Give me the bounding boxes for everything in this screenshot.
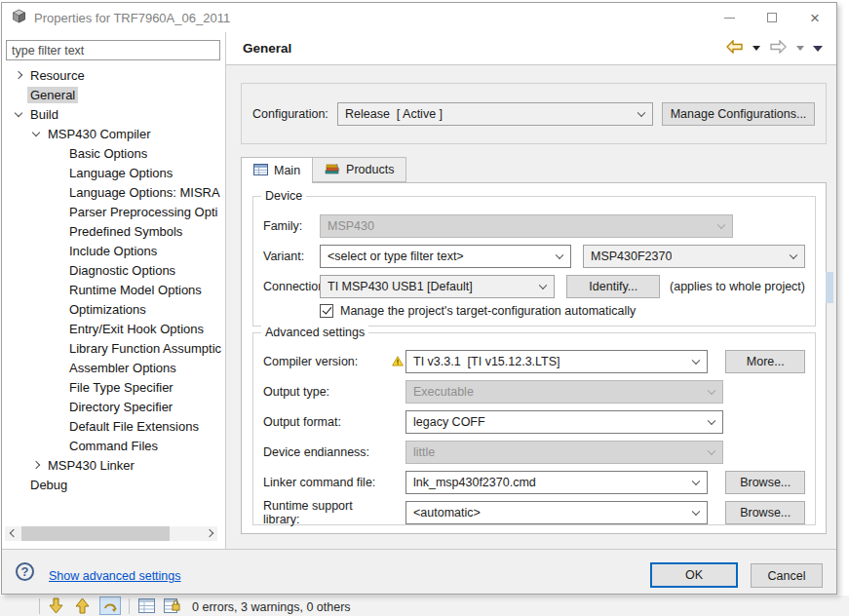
- ok-button[interactable]: OK: [650, 562, 738, 588]
- window-controls: ×: [708, 3, 836, 32]
- arrow-down-icon[interactable]: [48, 597, 64, 614]
- output-format-label: Output format:: [263, 415, 392, 429]
- chevron-down-icon: [692, 356, 700, 364]
- help-icon[interactable]: [16, 562, 34, 581]
- horizontal-scrollbar[interactable]: [5, 526, 217, 541]
- scrollbar-thumb[interactable]: [21, 526, 170, 541]
- tree-item-debug[interactable]: Debug: [2, 475, 225, 494]
- tree-item-general[interactable]: General: [2, 85, 225, 104]
- tree-item-language-options-misra[interactable]: Language Options: MISRA: [2, 182, 225, 202]
- device-endianness-label: Device endianness:: [263, 445, 392, 459]
- configuration-dropdown[interactable]: Release [ Active ]: [337, 102, 653, 126]
- page-title: General: [243, 41, 291, 56]
- connection-dropdown[interactable]: TI MSP430 USB1 [Default]: [320, 275, 555, 298]
- chevron-down-icon[interactable]: [28, 126, 45, 142]
- variant-filter-dropdown[interactable]: <select or type filter text>: [320, 245, 571, 268]
- minimize-button[interactable]: [708, 3, 751, 32]
- linker-command-file-label: Linker command file:: [263, 476, 392, 489]
- forward-arrow-icon[interactable]: [769, 40, 788, 58]
- runtime-browse-button[interactable]: Browse...: [725, 501, 805, 524]
- cancel-button[interactable]: Cancel: [751, 563, 823, 588]
- maximize-button[interactable]: [751, 3, 793, 32]
- tree-item-include-options[interactable]: Include Options: [2, 241, 225, 260]
- properties-dialog: Properties for TRF7960A_06_2011 × Resour…: [1, 2, 837, 595]
- advanced-settings-legend: Advanced settings: [261, 326, 368, 339]
- table-icon[interactable]: [138, 598, 155, 613]
- problems-summary: 0 errors, 3 warnings, 0 others: [192, 600, 351, 614]
- output-type-label: Output type:: [263, 385, 392, 399]
- advanced-settings-group: Advanced settings Compiler version: TI v…: [252, 332, 816, 525]
- configuration-label: Configuration:: [252, 107, 337, 121]
- tree-item-language-options[interactable]: Language Options: [2, 163, 225, 182]
- scroll-right-arrow[interactable]: [203, 526, 217, 541]
- variant-dropdown[interactable]: MSP430F2370: [583, 245, 805, 268]
- tab-main[interactable]: Main: [241, 157, 313, 183]
- variant-row: Variant: <select or type filter text> MS…: [263, 244, 805, 268]
- chevron-down-icon: [692, 507, 700, 515]
- tree-item-runtime-model-options[interactable]: Runtime Model Options: [2, 280, 225, 299]
- manage-target-config-row: Manage the project's target-configuratio…: [320, 304, 805, 318]
- arrow-up-icon[interactable]: [74, 597, 91, 614]
- connection-row: Connection: TI MSP430 USB1 [Default] Ide…: [263, 274, 805, 298]
- tree-item-msp430-linker[interactable]: MSP430 Linker: [2, 455, 225, 475]
- family-label: Family:: [263, 219, 320, 233]
- tree-spacer: [11, 87, 27, 103]
- chevron-down-icon: [692, 477, 700, 484]
- scroll-left-arrow[interactable]: [5, 526, 19, 541]
- close-button[interactable]: ×: [793, 3, 836, 32]
- manage-configurations-button[interactable]: Manage Configurations...: [662, 102, 815, 126]
- tree-item-entry-exit-hook-options[interactable]: Entry/Exit Hook Options: [2, 319, 225, 338]
- identify-button[interactable]: Identify...: [566, 275, 660, 298]
- toolbar-separator: [129, 598, 130, 614]
- compiler-version-dropdown[interactable]: TI v3.3.1 [TI v15.12.3.LTS]: [405, 350, 708, 373]
- refresh-arrow-icon[interactable]: [99, 597, 121, 615]
- family-row: Family: MSP430: [263, 213, 805, 238]
- chevron-down-icon: [708, 386, 715, 394]
- runtime-support-library-label: Runtime support library:: [263, 499, 392, 526]
- linker-command-file-dropdown[interactable]: lnk_msp430f2370.cmd: [405, 471, 708, 494]
- page-content: Configuration: Release [ Active ] Manage…: [226, 65, 836, 549]
- tree-item-file-type-specifier[interactable]: File Type Specifier: [2, 377, 225, 397]
- screen: 0 errors, 3 warnings, 0 others Propertie…: [0, 0, 849, 616]
- dialog-titlebar[interactable]: Properties for TRF7960A_06_2011 ×: [2, 3, 836, 32]
- tree-item-optimizations[interactable]: Optimizations: [2, 299, 225, 319]
- linker-browse-button[interactable]: Browse...: [725, 471, 805, 494]
- tree-item-basic-options[interactable]: Basic Options: [2, 143, 225, 163]
- chevron-down-icon[interactable]: [11, 106, 27, 123]
- runtime-support-library-row: Runtime support library: <automatic> Bro…: [263, 500, 805, 524]
- tree-item-build[interactable]: Build: [2, 104, 225, 124]
- more-button[interactable]: More...: [725, 350, 805, 373]
- properties-tree: Resource General Build MSP430 Compiler B…: [2, 65, 225, 494]
- tree-item-directory-specifier[interactable]: Directory Specifier: [2, 397, 225, 416]
- back-menu-caret-icon[interactable]: [753, 46, 760, 51]
- chevron-down-icon: [556, 250, 563, 258]
- table-lock-icon[interactable]: [164, 598, 180, 613]
- vertical-scrollbar-thumb[interactable]: [826, 272, 833, 303]
- history-nav: [725, 40, 823, 58]
- tree-item-predefined-symbols[interactable]: Predefined Symbols: [2, 221, 225, 241]
- tree-item-library-function-assumptions[interactable]: Library Function Assumptic: [2, 338, 225, 358]
- tree-item-parser-preprocessing[interactable]: Parser Preprocessing Opti: [2, 202, 225, 221]
- tree-item-assembler-options[interactable]: Assembler Options: [2, 358, 225, 377]
- forward-menu-caret-icon[interactable]: [796, 46, 804, 51]
- table-grid-icon: [253, 164, 268, 178]
- chevron-right-icon[interactable]: [11, 67, 27, 84]
- manage-target-config-checkbox[interactable]: [320, 304, 333, 318]
- filter-input[interactable]: [6, 40, 220, 60]
- tree-item-command-files[interactable]: Command Files: [2, 436, 225, 455]
- tree-item-resource[interactable]: Resource: [2, 65, 225, 85]
- tree-item-diagnostic-options[interactable]: Diagnostic Options: [2, 260, 225, 280]
- show-advanced-settings-link[interactable]: Show advanced settings: [49, 569, 181, 583]
- runtime-support-library-dropdown[interactable]: <automatic>: [405, 501, 708, 524]
- view-menu-icon[interactable]: [813, 46, 823, 52]
- family-dropdown: MSP430: [320, 214, 733, 238]
- device-group: Device Family: MSP430 Variant:: [252, 196, 816, 327]
- tree-item-msp430-compiler[interactable]: MSP430 Compiler: [2, 124, 225, 143]
- tab-products[interactable]: Products: [312, 157, 406, 182]
- tree-item-default-file-extensions[interactable]: Default File Extensions: [2, 416, 225, 436]
- output-format-dropdown[interactable]: legacy COFF: [405, 410, 723, 434]
- compiler-version-row: Compiler version: TI v3.3.1 [TI v15.12.3…: [263, 349, 805, 373]
- back-arrow-icon[interactable]: [725, 40, 744, 58]
- chevron-right-icon[interactable]: [28, 457, 45, 474]
- connection-label: Connection:: [263, 280, 320, 293]
